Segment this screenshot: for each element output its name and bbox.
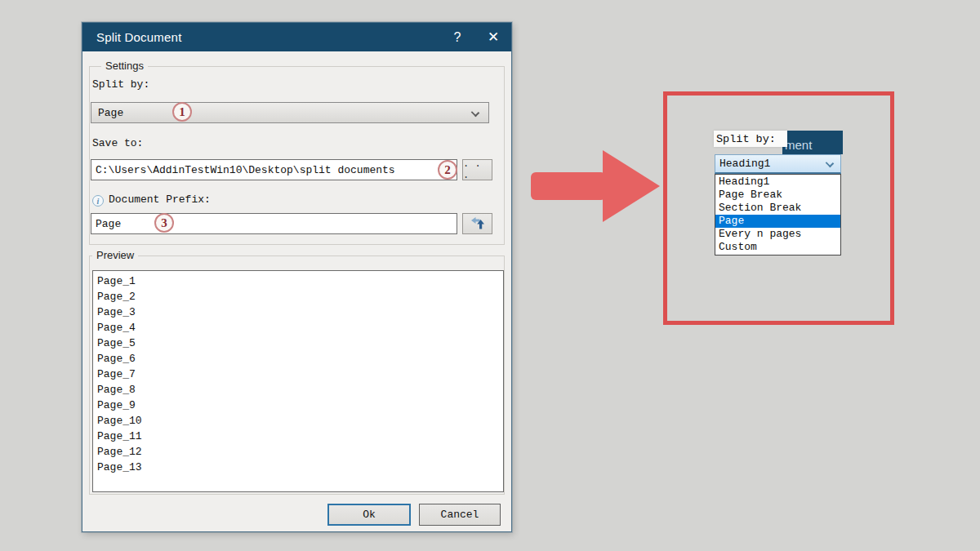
list-item[interactable]: Page_1 xyxy=(97,273,503,289)
list-item[interactable]: Page_13 xyxy=(97,460,503,475)
list-item[interactable]: Page_12 xyxy=(97,444,503,460)
ok-button[interactable]: Ok xyxy=(327,504,411,526)
document-prefix-label: Document Prefix: xyxy=(109,193,211,206)
list-item[interactable]: Page_2 xyxy=(97,289,503,304)
list-item[interactable]: Page_8 xyxy=(97,382,503,398)
save-to-path: C:\Users\AddinTestWin10\Desktop\split do… xyxy=(96,164,395,176)
red-arrow-icon xyxy=(529,149,662,224)
list-item[interactable]: Page_10 xyxy=(97,413,503,429)
title-bar: Split Document ? ✕ xyxy=(82,23,511,51)
annotation-step-3: 3 xyxy=(154,213,174,233)
list-item[interactable]: Page_3 xyxy=(97,304,503,320)
cancel-button[interactable]: Cancel xyxy=(419,504,501,526)
list-item[interactable]: Page_6 xyxy=(97,351,503,367)
document-prefix-input[interactable]: Page xyxy=(91,213,457,234)
dropdown-option[interactable]: Custom xyxy=(715,241,840,254)
dropdown-option[interactable]: Section Break xyxy=(715,202,840,215)
split-by-dropdown[interactable]: Page xyxy=(91,102,489,123)
preview-listbox[interactable]: Page_1 Page_2 Page_3 Page_4 Page_5 Page_… xyxy=(92,270,504,492)
annotation-step-2: 2 xyxy=(438,160,457,180)
info-icon: i xyxy=(92,195,104,207)
dropdown-option[interactable]: Page Break xyxy=(715,189,840,202)
callout-dropdown-value: Heading1 xyxy=(719,158,770,170)
callout-dropdown-list: Heading1 Page Break Section Break Page E… xyxy=(715,174,841,256)
list-item[interactable]: Page_7 xyxy=(97,367,503,382)
list-item[interactable]: Page_5 xyxy=(97,335,503,351)
split-by-selected-value: Page xyxy=(98,107,123,119)
split-by-label: Split by: xyxy=(92,78,149,91)
save-to-input[interactable]: C:\Users\AddinTestWin10\Desktop\split do… xyxy=(91,159,457,180)
document-prefix-value: Page xyxy=(96,218,121,230)
callout-split-by-dropdown[interactable]: Heading1 xyxy=(715,154,841,174)
dropdown-option[interactable]: Every n pages xyxy=(715,228,840,241)
chevron-down-icon xyxy=(826,159,834,167)
callout-highlight-box: Split by: ment Heading1 Heading1 Page Br… xyxy=(663,91,894,325)
settings-group-label: Settings xyxy=(101,60,148,72)
dropdown-option[interactable]: Heading1 xyxy=(715,176,840,189)
list-item[interactable]: Page_11 xyxy=(97,429,503,444)
list-item[interactable]: Page_9 xyxy=(97,398,503,413)
browse-button[interactable]: . . . xyxy=(462,159,492,180)
save-to-label: Save to: xyxy=(92,137,143,149)
callout-split-by-label: Split by: xyxy=(714,131,787,147)
callout-titlebar-fragment: ment xyxy=(782,131,843,154)
preview-group-label: Preview xyxy=(92,249,138,261)
refresh-arrows-icon xyxy=(470,216,485,231)
close-icon[interactable]: ✕ xyxy=(475,23,511,51)
refresh-button[interactable] xyxy=(462,213,492,234)
annotation-step-1: 1 xyxy=(172,102,192,122)
help-icon[interactable]: ? xyxy=(439,23,475,51)
dialog-title: Split Document xyxy=(96,30,439,44)
dropdown-option-selected[interactable]: Page xyxy=(715,215,840,228)
chevron-down-icon xyxy=(471,109,479,117)
split-document-dialog: Split Document ? ✕ Settings Split by: Pa… xyxy=(82,22,512,532)
list-item[interactable]: Page_4 xyxy=(97,320,503,335)
